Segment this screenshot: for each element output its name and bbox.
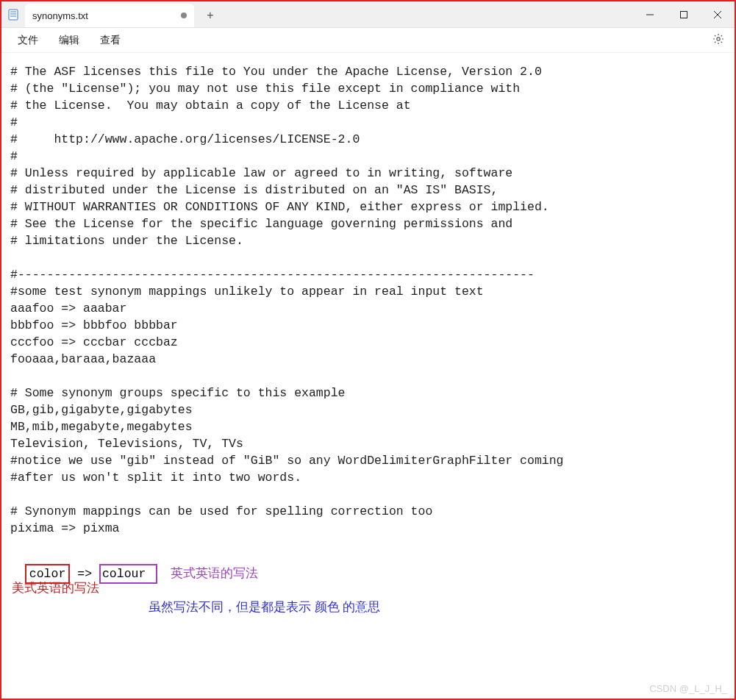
title-bar: synonyms.txt + [1,1,735,28]
maximize-button[interactable] [667,1,701,28]
tab-strip: synonyms.txt + [1,1,633,27]
svg-rect-0 [9,10,18,20]
close-button[interactable] [701,1,735,28]
tab-active[interactable]: synonyms.txt [25,4,194,27]
menu-bar: 文件 编辑 查看 [1,28,735,53]
menu-edit[interactable]: 编辑 [49,29,90,51]
annotation-uk-label: 英式英语的写法 [171,566,258,580]
tab-title: synonyms.txt [32,10,88,21]
annotation-meaning-label: 虽然写法不同，但是都是表示 颜色 的意思 [149,599,380,615]
minimize-button[interactable] [633,1,667,28]
menu-file[interactable]: 文件 [7,29,49,51]
highlight-uk-word: colour [99,564,157,584]
settings-button[interactable] [708,29,729,51]
watermark: CSDN @_L_J_H_ [649,683,727,694]
file-icon [7,9,19,21]
svg-point-8 [717,38,720,40]
window-controls [633,1,735,27]
highlighted-synonym-line: color => colour 英式英语的写法 [1,547,735,584]
annotation-us-label: 美式英语的写法 [12,579,99,596]
menu-view[interactable]: 查看 [90,29,131,51]
svg-rect-5 [681,12,687,18]
new-tab-button[interactable]: + [199,4,222,27]
text-editor[interactable]: # The ASF licenses this file to You unde… [1,53,735,547]
tab-modified-dot [181,12,187,18]
